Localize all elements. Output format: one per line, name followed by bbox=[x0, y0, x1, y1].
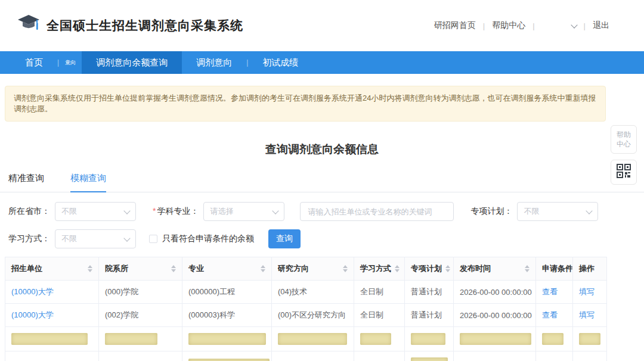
chevron-down-icon bbox=[123, 207, 130, 214]
help-float-line1: 帮助 bbox=[614, 130, 634, 139]
sort-icon[interactable] bbox=[395, 265, 400, 272]
redacted-cell bbox=[182, 351, 272, 361]
column-header-4[interactable]: 学习方式 bbox=[354, 257, 405, 281]
eligible-only-checkbox[interactable]: 只看符合申请条件的余额 bbox=[149, 234, 254, 244]
table-cell: (000)学院 bbox=[99, 281, 182, 304]
column-label: 专项计划 bbox=[411, 263, 442, 274]
cell-text: 2026-00-00 00:00:00 bbox=[460, 311, 532, 320]
sort-icon[interactable] bbox=[261, 265, 265, 272]
cell-text: 全日制 bbox=[360, 310, 383, 319]
column-header-6[interactable]: 发布时间 bbox=[454, 257, 536, 281]
redaction-block bbox=[579, 333, 600, 345]
cell-link[interactable]: 填写 bbox=[579, 287, 595, 296]
study-mode-label: 学习方式： bbox=[8, 234, 50, 244]
redaction-block bbox=[411, 333, 445, 345]
cell-text: (00)不区分研究方向 bbox=[278, 310, 346, 319]
link-yanzhao-home[interactable]: 研招网首页 bbox=[434, 20, 476, 31]
qr-code-float-button[interactable] bbox=[611, 160, 637, 185]
column-label: 院系所 bbox=[105, 263, 128, 274]
column-label: 申请条件 bbox=[542, 263, 573, 274]
sort-icon[interactable] bbox=[88, 265, 92, 272]
table-cell: 普通计划 bbox=[405, 304, 454, 327]
plan-select-value: 不限 bbox=[524, 206, 539, 217]
column-label: 操作 bbox=[579, 263, 595, 274]
redacted-cell bbox=[573, 327, 607, 351]
tab-1[interactable]: 模糊查询 bbox=[70, 173, 106, 192]
redacted-cell bbox=[99, 351, 182, 361]
redacted-cell bbox=[5, 327, 99, 351]
logout-button[interactable]: 退出 bbox=[593, 20, 609, 31]
column-header-1[interactable]: 院系所 bbox=[99, 257, 182, 281]
table-cell: (10000)大学 bbox=[5, 304, 99, 327]
user-menu[interactable] bbox=[542, 24, 577, 27]
table-row: (10000)大学(000)学院(000000)工程(04)技术全日制普通计划2… bbox=[5, 281, 607, 304]
province-select[interactable]: 不限 bbox=[55, 202, 136, 221]
table-row: (10000)大学(002)学院(000003)科学(00)不区分研究方向全日制… bbox=[5, 304, 607, 327]
link-help-center[interactable]: 帮助中心 bbox=[492, 20, 525, 31]
subject-label: *学科专业： bbox=[153, 206, 199, 217]
subject-select[interactable]: 请选择 bbox=[203, 202, 284, 221]
cell-link[interactable]: 查看 bbox=[542, 310, 558, 319]
tab-0[interactable]: 精准查询 bbox=[8, 173, 44, 192]
table-cell: (002)学院 bbox=[99, 304, 182, 327]
study-mode-select-value: 不限 bbox=[61, 234, 77, 244]
plan-select[interactable]: 不限 bbox=[517, 202, 598, 221]
nav-item-2[interactable]: 调剂意向余额查询 bbox=[82, 51, 182, 74]
redacted-cell bbox=[99, 327, 182, 351]
cell-link[interactable]: 查看 bbox=[542, 287, 558, 296]
sort-icon[interactable] bbox=[343, 265, 348, 272]
table-cell: 填写 bbox=[573, 281, 607, 304]
sort-icon[interactable] bbox=[445, 265, 450, 272]
redacted-cell bbox=[405, 327, 454, 351]
checkbox-icon bbox=[149, 235, 157, 243]
cell-text: (000)学院 bbox=[105, 287, 138, 296]
column-header-3[interactable]: 研究方向 bbox=[272, 257, 354, 281]
chevron-down-icon bbox=[273, 207, 279, 214]
brand: 全国硕士生招生调剂意向采集系统 bbox=[17, 14, 243, 38]
separator: | bbox=[483, 21, 485, 30]
redacted-cell bbox=[272, 327, 354, 351]
cell-link[interactable]: 填写 bbox=[579, 310, 595, 319]
cell-text: (000003)科学 bbox=[188, 310, 235, 319]
table-cell: (00)不区分研究方向 bbox=[272, 304, 354, 327]
redacted-cell bbox=[354, 351, 405, 361]
column-label: 学习方式 bbox=[360, 263, 391, 274]
cell-link[interactable]: (10000)大学 bbox=[11, 310, 54, 319]
cell-text: (002)学院 bbox=[105, 310, 138, 319]
subject-select-value: 请选择 bbox=[210, 206, 233, 217]
redaction-block bbox=[188, 359, 270, 361]
column-label: 发布时间 bbox=[460, 263, 491, 274]
redacted-cell bbox=[5, 351, 99, 361]
column-header-7: 申请条件 bbox=[536, 257, 573, 281]
nav-item-3[interactable]: 调剂意向 bbox=[182, 51, 246, 74]
column-label: 专业 bbox=[188, 263, 204, 274]
chevron-down-icon bbox=[123, 235, 130, 241]
table-cell: 查看 bbox=[536, 304, 573, 327]
eligible-only-label: 只看符合申请条件的余额 bbox=[162, 234, 254, 244]
table-cell: 填写 bbox=[573, 304, 607, 327]
province-label: 所在省市： bbox=[8, 206, 50, 217]
sort-icon[interactable] bbox=[525, 265, 530, 272]
column-header-2[interactable]: 专业 bbox=[182, 257, 272, 281]
column-header-0[interactable]: 招生单位 bbox=[5, 257, 99, 281]
province-select-value: 不限 bbox=[61, 206, 77, 217]
app-header: 全国硕士生招生调剂意向采集系统 研招网首页 | 帮助中心 | | 退出 bbox=[0, 0, 644, 51]
nav-item-1[interactable]: 意向 bbox=[59, 51, 82, 74]
column-header-5[interactable]: 专项计划 bbox=[405, 257, 454, 281]
nav-item-0[interactable]: 首页 bbox=[11, 51, 57, 74]
nav-item-4[interactable]: 初试成绩 bbox=[248, 51, 312, 74]
redaction-block bbox=[411, 357, 448, 361]
redaction-block bbox=[360, 333, 391, 345]
cell-text: (000000)工程 bbox=[188, 287, 235, 296]
help-center-float-button[interactable]: 帮助 中心 bbox=[611, 125, 637, 154]
study-mode-select[interactable]: 不限 bbox=[55, 229, 136, 248]
table-cell: (000000)工程 bbox=[182, 281, 272, 304]
redacted-cell bbox=[573, 351, 607, 361]
sort-icon[interactable] bbox=[171, 265, 176, 272]
cell-text: 2026-00-00 00:00:00 bbox=[460, 288, 532, 297]
search-button[interactable]: 查询 bbox=[268, 229, 301, 248]
cell-link[interactable]: (10000)大学 bbox=[11, 287, 54, 296]
table-cell: (04)技术 bbox=[272, 281, 354, 304]
top-links: 研招网首页 | 帮助中心 | | 退出 bbox=[434, 20, 609, 31]
keyword-input[interactable] bbox=[300, 202, 454, 221]
